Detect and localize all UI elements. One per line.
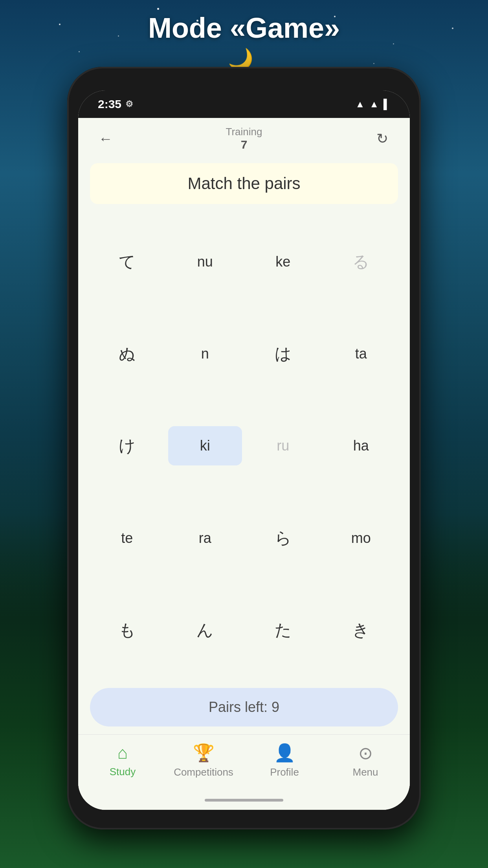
grid-cell-4-0[interactable]: も (90, 611, 164, 650)
grid-cell-3-1[interactable]: ra (168, 519, 242, 558)
grid-cell-2-1[interactable]: ki (168, 426, 242, 465)
time-display: 2:35 (98, 97, 121, 111)
grid-row-3: teraらmo (90, 519, 398, 558)
bottom-navigation: ⌂ Study 🏆 Competitions 👤 Profile ⊙ Menu (78, 734, 410, 790)
settings-gear-icon: ⚙ (125, 99, 133, 109)
pairs-left-bar: Pairs left: 9 (90, 688, 398, 726)
home-icon: ⌂ (117, 743, 128, 763)
grid-cell-3-2[interactable]: ら (246, 519, 320, 558)
refresh-button[interactable]: ↻ (371, 127, 394, 151)
grid-cell-1-2[interactable]: は (246, 334, 320, 373)
side-button (419, 224, 421, 271)
grid-cell-2-3[interactable]: ha (324, 426, 398, 465)
grid-cell-1-1[interactable]: n (168, 334, 242, 373)
status-icons: ▲ ▲ ▌ (355, 99, 390, 110)
phone-screen: 2:35 ⚙ ▲ ▲ ▌ ← Training 7 ↻ (78, 90, 410, 810)
grid-cell-3-3[interactable]: mo (324, 519, 398, 558)
profile-label: Profile (270, 766, 299, 778)
grid-cell-1-3[interactable]: ta (324, 334, 398, 373)
page-title-container: Mode «Game» (0, 12, 488, 44)
nav-profile[interactable]: 👤 Profile (244, 743, 325, 778)
grid-cell-0-0[interactable]: て (90, 242, 164, 281)
match-pairs-header: Match the pairs (90, 163, 398, 204)
grid-cell-4-3[interactable]: き (324, 611, 398, 650)
menu-label: Menu (352, 766, 378, 778)
training-info: Training 7 (226, 126, 262, 151)
grid-cell-0-1[interactable]: nu (168, 242, 242, 281)
app-content: ← Training 7 ↻ Match the pairs てnukeるぬnは… (78, 118, 410, 810)
grid-row-1: ぬnはta (90, 334, 398, 373)
grid-cell-4-1[interactable]: ん (168, 611, 242, 650)
competitions-label: Competitions (174, 766, 233, 778)
nav-study[interactable]: ⌂ Study (82, 743, 163, 778)
back-button[interactable]: ← (94, 127, 117, 151)
grid-cell-2-2[interactable]: ru (246, 426, 320, 465)
grid-row-0: てnukeる (90, 242, 398, 281)
grid-row-2: けkiruha (90, 426, 398, 465)
home-bar (205, 799, 283, 802)
study-label: Study (110, 766, 136, 778)
wifi-icon: ▲ (355, 99, 365, 110)
phone-frame: 2:35 ⚙ ▲ ▲ ▌ ← Training 7 ↻ (67, 67, 421, 829)
nav-menu[interactable]: ⊙ Menu (325, 743, 406, 778)
match-pairs-title: Match the pairs (187, 174, 300, 193)
grid-cell-4-2[interactable]: た (246, 611, 320, 650)
grid-cell-1-0[interactable]: ぬ (90, 334, 164, 373)
status-bar: 2:35 ⚙ ▲ ▲ ▌ (78, 90, 410, 118)
grid-cell-0-3[interactable]: る (324, 242, 398, 281)
trophy-icon: 🏆 (193, 743, 215, 763)
profile-icon: 👤 (274, 743, 295, 763)
training-number: 7 (226, 138, 262, 151)
back-icon: ← (99, 131, 113, 147)
refresh-icon: ↻ (376, 131, 388, 147)
grid-cell-2-0[interactable]: け (90, 426, 164, 465)
training-label: Training (226, 126, 262, 138)
nav-competitions[interactable]: 🏆 Competitions (163, 743, 244, 778)
battery-icon: ▌ (383, 99, 390, 110)
grid-row-4: もんたき (90, 611, 398, 650)
grid-cell-0-2[interactable]: ke (246, 242, 320, 281)
page-title: Mode «Game» (0, 12, 488, 44)
menu-icon: ⊙ (358, 743, 373, 763)
pairs-left-text: Pairs left: 9 (209, 699, 279, 715)
top-bar: ← Training 7 ↻ (78, 118, 410, 159)
matching-grid: てnukeるぬnはtaけkiruhateraらmoもんたき (78, 208, 410, 684)
status-time: 2:35 ⚙ (98, 97, 133, 111)
signal-icon: ▲ (369, 99, 379, 110)
home-indicator (78, 790, 410, 810)
grid-cell-3-0[interactable]: te (90, 519, 164, 558)
